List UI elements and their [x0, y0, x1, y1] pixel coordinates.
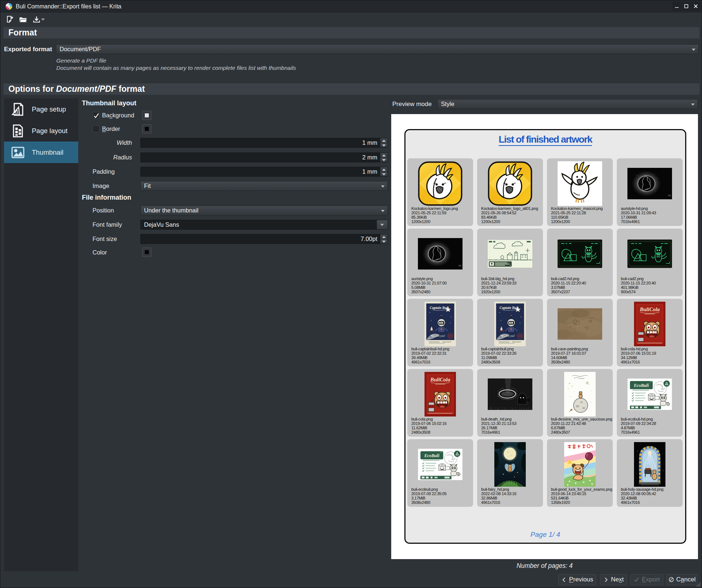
thumbnail-image — [617, 442, 683, 487]
file-dimensions: 2480x3507 — [551, 430, 613, 434]
preview-page: List of finished artwork Kockatoo-karmen… — [404, 129, 686, 544]
preview-mode-select[interactable]: Style — [437, 99, 698, 109]
artwork-death — [488, 378, 532, 410]
open-button[interactable] — [18, 15, 28, 25]
combo-arrow-icon — [381, 185, 385, 188]
save-dropdown-caret-icon[interactable] — [41, 18, 45, 21]
file-size: 32.86MiB — [481, 496, 543, 500]
file-dimensions: 3507x2480 — [411, 290, 473, 294]
thumbnail-card: Kockatoo-karmen_logo_alt01.png 2021-05-2… — [477, 158, 543, 226]
spin-up-icon[interactable] — [380, 138, 388, 143]
toolbar — [0, 13, 702, 26]
spin-down-icon[interactable] — [380, 172, 388, 177]
next-button[interactable]: Next — [600, 574, 627, 585]
resize-grip[interactable] — [696, 582, 701, 587]
sidebar-item-page-setup[interactable]: Page setup — [4, 98, 78, 120]
spin-down-icon[interactable] — [380, 158, 388, 162]
folder-open-icon — [19, 15, 27, 24]
thumbnail-card: Kockatoo-karmen_mascot.png 2021-05-25 22… — [547, 158, 613, 226]
thumbnail-info: buli-death_hd.png 2021-12-30 21:13:53 26… — [481, 417, 543, 434]
combo-arrow-icon — [692, 49, 695, 51]
thumbnail-card: buli-dessine_moi_une_saucisse.png 2020-1… — [547, 369, 613, 437]
artwork-auristyle — [627, 168, 672, 199]
border-label: Border — [102, 124, 120, 134]
padding-spinbox[interactable]: 1 mm — [140, 167, 388, 177]
combo-arrow-icon — [691, 103, 695, 106]
combo-button[interactable] — [377, 220, 388, 229]
close-button[interactable] — [691, 2, 700, 11]
file-name: buli-dessine_moi_une_saucisse.png — [551, 417, 613, 421]
maximize-button[interactable] — [682, 2, 691, 11]
thumbnail-info: Kockatoo-karmen_logo.png 2021-05-25 22:1… — [411, 206, 473, 224]
font-family-label: Font family — [93, 220, 122, 230]
thumbnail-grid: Kockatoo-karmen_logo.png 2021-05-25 22:1… — [407, 158, 683, 507]
spin-up-icon[interactable] — [380, 153, 388, 158]
background-color-button[interactable] — [142, 111, 151, 120]
thumbnail-card: buli-1bit-big_hd.png 2021-12-24 23:59:33… — [477, 229, 543, 296]
font-size-spinbox[interactable]: 7.00pt — [140, 234, 388, 244]
exported-format-select[interactable]: Document/PDF — [56, 44, 699, 54]
sidebar-item-page-layout[interactable]: Page layout — [4, 120, 78, 142]
svg-text:We want you!: We want you! — [431, 334, 445, 338]
sidebar-item-label: Page setup — [32, 98, 66, 120]
spin-up-icon[interactable] — [380, 167, 388, 172]
padding-label: Padding — [93, 167, 115, 177]
file-datetime: 2020-11-15 22:20:40 — [621, 281, 683, 285]
file-size: 3.17MiB — [411, 496, 473, 500]
thumbnail-info: buli-good_luck_for_your_exams.png 2019-0… — [551, 487, 613, 505]
previous-button[interactable]: Previous — [558, 574, 596, 585]
artwork-ecobuli: EcoBuli — [418, 449, 463, 480]
font-family-select[interactable]: DejaVu Sans — [140, 220, 388, 230]
file-dimensions: 2480x3508 — [481, 360, 543, 364]
thumbnail-info: buli-1bit-big_hd.png 2021-12-24 23:59:33… — [481, 276, 543, 294]
file-datetime: 2022-02-08 14:33:16 — [481, 491, 543, 496]
format-section-header: Format — [3, 27, 699, 38]
krita-logo-icon — [5, 3, 13, 10]
thumbnail-image: EcoBuli — [617, 372, 683, 416]
svg-text:BuliCola: BuliCola — [430, 377, 450, 382]
font-color-swatch — [145, 250, 149, 254]
spin-down-icon[interactable] — [380, 239, 388, 244]
border-checkbox[interactable] — [93, 125, 99, 132]
title-bar[interactable]: Buli Commander::Export files list — Krit… — [0, 0, 702, 12]
minimize-button[interactable] — [672, 2, 681, 11]
radius-label: Radius — [94, 152, 132, 162]
cancel-button[interactable]: Cancel — [666, 574, 698, 585]
thumbnail-card: EcoBuli — [407, 439, 473, 507]
save-button[interactable] — [31, 15, 42, 25]
file-name: buli-captainbuli-hd.png — [411, 347, 473, 351]
font-color-button[interactable] — [142, 248, 151, 257]
spin-down-icon[interactable] — [380, 143, 388, 148]
page-title: List of finished artwork — [405, 134, 685, 145]
file-size: 110.65KiB — [551, 215, 613, 219]
preview-canvas[interactable]: List of finished artwork Kockatoo-karmen… — [391, 114, 698, 559]
file-dimensions: 4961x7016 — [621, 500, 683, 505]
radius-spinbox[interactable]: 2 mm — [140, 152, 388, 162]
thumbnail-info: Kockatoo-karmen_mascot.png 2021-05-25 22… — [551, 206, 613, 224]
file-name: Kockatoo-karmen_mascot.png — [551, 206, 613, 211]
artwork-cad — [627, 240, 672, 268]
close-icon — [693, 3, 699, 9]
thumbnail-info: auristyle-hd.png 2020-10-31 21:09:43 17.… — [621, 206, 683, 224]
image-select[interactable]: Fit — [140, 181, 388, 191]
width-spinbox[interactable]: 1 mm — [140, 138, 388, 148]
border-color-button[interactable] — [142, 124, 151, 133]
width-value: 1 mm — [362, 138, 377, 147]
file-size: 20.67KiB — [481, 285, 543, 290]
file-datetime: 2019-07-06 15:01:19 — [621, 351, 683, 355]
file-datetime: 2019-07-09 22:35:05 — [411, 491, 473, 496]
svg-text:We want you!: We want you! — [501, 334, 515, 338]
file-datetime: 2021-12-24 23:59:33 — [481, 281, 543, 285]
sidebar-item-thumbnail[interactable]: Thumbnail — [4, 142, 78, 163]
thumbnail-info: buli-cola.png 2019-07-06 15:02:16 11.62M… — [411, 417, 473, 434]
file-information-header: File information — [82, 194, 131, 201]
border-color-swatch — [145, 127, 149, 131]
position-select[interactable]: Under the thumbnail — [140, 206, 388, 215]
new-export-definition-button[interactable] — [5, 15, 15, 25]
file-name: buli-cad2.png — [621, 276, 683, 281]
preview-mode-value: Style — [441, 101, 454, 107]
spin-up-icon[interactable] — [380, 234, 388, 239]
export-button[interactable]: Export — [630, 574, 663, 585]
combo-arrow-icon — [380, 224, 384, 226]
background-checkbox[interactable] — [93, 112, 99, 119]
